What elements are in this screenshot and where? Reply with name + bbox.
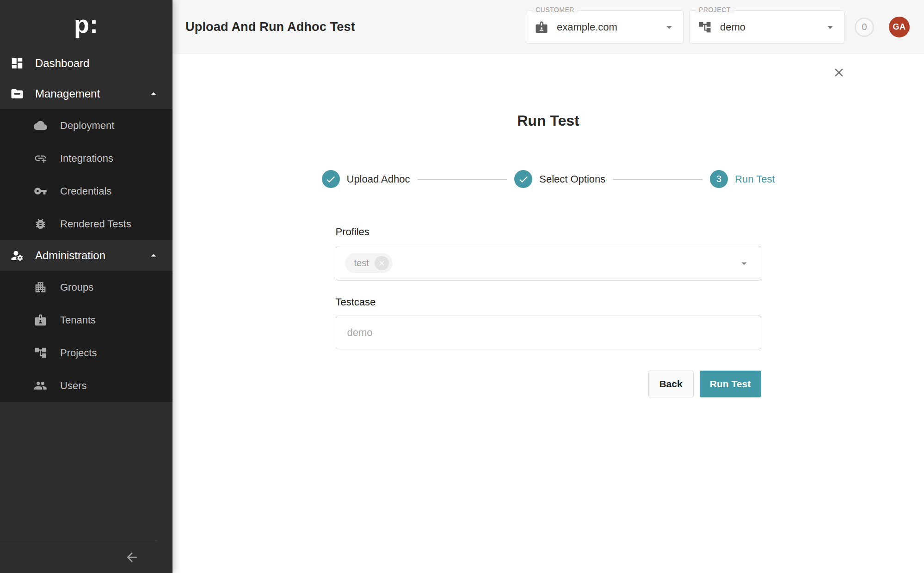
step-label: Select Options	[539, 173, 605, 185]
sidebar: p: Dashboard Management Deployment Integ	[0, 0, 172, 573]
sidebar-item-credentials[interactable]: Credentials	[0, 175, 172, 207]
step-number-circle: 3	[710, 170, 728, 188]
close-icon	[832, 66, 846, 79]
project-select[interactable]: PROJECT demo	[689, 10, 844, 44]
sidebar-item-label: Projects	[60, 347, 97, 359]
sidebar-item-dashboard[interactable]: Dashboard	[0, 48, 172, 79]
badge-icon	[34, 313, 47, 327]
sidebar-item-tenants[interactable]: Tenants	[0, 304, 172, 336]
badge-icon	[535, 20, 548, 34]
people-icon	[34, 379, 47, 392]
dashboard-icon	[10, 56, 24, 70]
sidebar-item-label: Users	[60, 380, 86, 392]
sidebar-nav: Dashboard Management Deployment Integrat…	[0, 48, 172, 402]
sidebar-item-rendered-tests[interactable]: Rendered Tests	[0, 207, 172, 240]
chevron-down-icon	[738, 257, 751, 270]
sidebar-item-label: Integrations	[60, 152, 113, 165]
sidebar-item-deployment[interactable]: Deployment	[0, 109, 172, 142]
sidebar-item-users[interactable]: Users	[0, 369, 172, 402]
step-upload-adhoc[interactable]: Upload Adhoc	[322, 170, 410, 188]
wizard-title: Run Test	[172, 112, 924, 129]
sidebar-item-projects[interactable]: Projects	[0, 336, 172, 369]
sidebar-item-integrations[interactable]: Integrations	[0, 142, 172, 175]
sidebar-footer	[0, 541, 172, 573]
customer-select-value: example.com	[557, 21, 617, 33]
sidebar-item-management[interactable]: Management	[0, 79, 172, 109]
testcase-label: Testcase	[336, 296, 761, 308]
step-check-circle	[322, 170, 340, 188]
app-logo[interactable]: p:	[0, 0, 172, 48]
wizard-panel: Run Test Upload Adhoc Select Options	[172, 54, 924, 573]
add-link-icon	[34, 152, 47, 165]
chip-remove-button[interactable]	[375, 256, 389, 270]
manage-accounts-icon	[10, 249, 24, 262]
sidebar-item-label: Tenants	[60, 314, 96, 326]
key-icon	[34, 184, 47, 198]
step-label: Upload Adhoc	[347, 173, 410, 185]
chevron-down-icon	[824, 21, 837, 34]
project-select-value: demo	[720, 21, 745, 33]
chevron-down-icon	[663, 21, 676, 34]
check-icon	[325, 174, 336, 185]
back-button[interactable]: Back	[648, 371, 694, 397]
run-test-button[interactable]: Run Test	[700, 371, 761, 397]
step-run-test[interactable]: 3 Run Test	[710, 170, 775, 188]
profiles-label: Profiles	[336, 226, 370, 238]
main-area: Upload And Run Adhoc Test CUSTOMER examp…	[172, 0, 924, 573]
customer-select-label: CUSTOMER	[532, 6, 578, 13]
sidebar-item-label: Credentials	[60, 185, 111, 197]
form-actions: Back Run Test	[336, 371, 761, 397]
step-label: Run Test	[735, 173, 775, 185]
sidebar-item-label: Dashboard	[35, 57, 89, 70]
step-connector	[418, 179, 507, 180]
topbar: Upload And Run Adhoc Test CUSTOMER examp…	[172, 0, 924, 54]
sidebar-item-label: Rendered Tests	[60, 218, 131, 230]
chevron-up-icon	[148, 88, 160, 100]
app-root: p: Dashboard Management Deployment Integ	[0, 0, 924, 573]
topbar-controls: CUSTOMER example.com PROJECT demo 0 GA	[526, 10, 910, 44]
customer-select[interactable]: CUSTOMER example.com	[526, 10, 684, 44]
cloud-icon	[34, 119, 47, 132]
sidebar-item-administration[interactable]: Administration	[0, 240, 172, 271]
sidebar-item-label: Deployment	[60, 120, 114, 132]
arrow-back-icon	[124, 550, 139, 565]
project-select-label: PROJECT	[695, 6, 734, 13]
notification-badge[interactable]: 0	[855, 18, 874, 37]
sidebar-item-groups[interactable]: Groups	[0, 271, 172, 304]
page-title: Upload And Run Adhoc Test	[185, 20, 355, 34]
profile-chip: test	[345, 253, 393, 273]
building-icon	[34, 280, 47, 294]
sidebar-item-label: Management	[35, 87, 100, 100]
account-tree-icon	[34, 346, 47, 360]
sidebar-spacer	[0, 402, 172, 541]
testcase-input[interactable]	[336, 316, 761, 349]
account-tree-icon	[698, 20, 712, 34]
sidebar-item-label: Groups	[60, 281, 93, 293]
app-logo-text: p:	[74, 10, 99, 38]
close-button[interactable]	[831, 64, 847, 81]
run-test-form: Profiles test Testcase Back Run Test	[336, 226, 761, 397]
folder-icon	[10, 87, 24, 101]
sidebar-item-label: Administration	[35, 249, 105, 262]
profile-chip-label: test	[354, 258, 369, 268]
administration-submenu: Groups Tenants Projects Users	[0, 271, 172, 402]
step-select-options[interactable]: Select Options	[514, 170, 605, 188]
stepper: Upload Adhoc Select Options 3 Run Test	[322, 170, 775, 188]
step-check-circle	[514, 170, 532, 188]
management-submenu: Deployment Integrations Credentials Rend…	[0, 109, 172, 240]
close-icon	[378, 259, 386, 267]
sidebar-collapse-button[interactable]	[123, 548, 141, 567]
check-icon	[518, 174, 529, 185]
avatar[interactable]: GA	[889, 17, 910, 37]
step-connector	[613, 179, 702, 180]
profiles-multiselect[interactable]: test	[336, 246, 761, 280]
chevron-up-icon	[148, 250, 160, 262]
bug-icon	[34, 217, 47, 231]
